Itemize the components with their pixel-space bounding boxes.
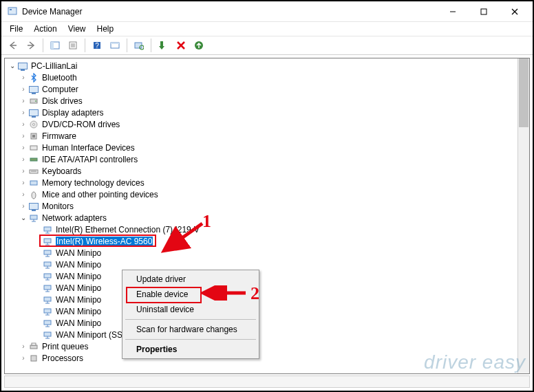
properties-button[interactable] bbox=[65, 38, 81, 53]
chevron-right-icon[interactable]: › bbox=[19, 342, 28, 350]
maximize-button[interactable] bbox=[468, 2, 499, 21]
firmware-icon bbox=[28, 131, 39, 142]
menu-action[interactable]: Action bbox=[28, 23, 62, 35]
tree-device[interactable]: WAN Minipo bbox=[5, 270, 517, 282]
context-menu-item[interactable]: Update driver bbox=[124, 272, 257, 287]
tree-category-label: Keyboards bbox=[42, 166, 81, 176]
svg-rect-61 bbox=[44, 320, 51, 325]
show-hide-tree-button[interactable] bbox=[47, 38, 63, 53]
tree-category[interactable]: ›Display adapters bbox=[5, 107, 517, 118]
tree-category[interactable]: ›Print queues bbox=[5, 340, 517, 352]
chevron-right-icon[interactable]: › bbox=[19, 190, 28, 198]
svg-rect-34 bbox=[30, 215, 37, 219]
tree-device[interactable]: WAN Minipo bbox=[5, 317, 517, 329]
tree-device[interactable]: WAN Minipo bbox=[5, 305, 517, 317]
chevron-right-icon[interactable]: › bbox=[19, 155, 28, 163]
svg-text:?: ? bbox=[95, 42, 99, 50]
chevron-down-icon[interactable]: ⌄ bbox=[8, 62, 17, 69]
svg-rect-28 bbox=[30, 146, 37, 150]
svg-rect-7 bbox=[51, 42, 54, 49]
chevron-right-icon[interactable]: › bbox=[19, 74, 28, 81]
tree-device[interactable]: WAN Miniport (SSTP) bbox=[5, 329, 517, 340]
context-menu[interactable]: Update driverEnable deviceUninstall devi… bbox=[122, 270, 259, 359]
app-icon bbox=[7, 6, 18, 17]
status-bar bbox=[4, 375, 530, 388]
chevron-right-icon[interactable]: › bbox=[19, 85, 28, 93]
chevron-down-icon[interactable]: ⌄ bbox=[19, 214, 28, 221]
tree-device[interactable]: Intel(R) Wireless-AC 9560 bbox=[5, 235, 517, 247]
menu-file[interactable]: File bbox=[4, 23, 28, 35]
monitor-icon bbox=[28, 201, 39, 212]
tree-category[interactable]: ›Computer bbox=[5, 83, 517, 95]
svg-rect-1 bbox=[10, 9, 12, 10]
network-adapter-icon bbox=[42, 283, 53, 294]
vertical-scrollbar[interactable] bbox=[517, 58, 529, 373]
tree-category-label: Monitors bbox=[42, 202, 74, 211]
chevron-right-icon[interactable]: › bbox=[19, 109, 28, 116]
tree-category[interactable]: ⌄Network adapters bbox=[5, 212, 517, 224]
enable-device-button[interactable] bbox=[156, 38, 171, 53]
tree-root[interactable]: ⌄ PC-LillianLai bbox=[5, 60, 517, 72]
tree-device[interactable]: WAN Minipo bbox=[5, 247, 517, 259]
context-menu-item[interactable]: Uninstall device bbox=[124, 302, 257, 317]
help-button[interactable]: ? bbox=[89, 38, 105, 53]
chevron-right-icon[interactable]: › bbox=[19, 202, 28, 210]
tree-category-label: Computer bbox=[42, 85, 78, 94]
tree-category[interactable]: ›Memory technology devices bbox=[5, 177, 517, 188]
toolbar-view-button[interactable] bbox=[107, 38, 122, 53]
chevron-right-icon[interactable]: › bbox=[19, 132, 28, 140]
svg-rect-0 bbox=[8, 8, 17, 14]
menu-bar: File Action View Help bbox=[1, 22, 533, 36]
tree-category-label: Display adapters bbox=[42, 108, 103, 118]
tree-category[interactable]: ›Firmware bbox=[5, 130, 517, 142]
menu-help[interactable]: Help bbox=[92, 23, 120, 35]
tree-category[interactable]: ›Monitors bbox=[5, 200, 517, 212]
scrollbar-thumb[interactable] bbox=[519, 58, 528, 127]
menu-view[interactable]: View bbox=[63, 23, 92, 35]
tree-category[interactable]: ›Keyboards bbox=[5, 165, 517, 177]
svg-point-25 bbox=[33, 123, 35, 125]
tree-device-label: WAN Minipo bbox=[56, 318, 101, 328]
svg-rect-58 bbox=[44, 309, 51, 313]
tree-category[interactable]: ›DVD/CD-ROM drives bbox=[5, 118, 517, 130]
scan-hardware-button[interactable] bbox=[131, 38, 147, 53]
tree-category-label: Human Interface Devices bbox=[42, 143, 135, 153]
hid-icon bbox=[28, 142, 39, 153]
minimize-button[interactable] bbox=[437, 2, 468, 21]
tree-root-label: PC-LillianLai bbox=[31, 61, 77, 71]
back-button[interactable] bbox=[6, 38, 21, 53]
tree-category[interactable]: ›Human Interface Devices bbox=[5, 142, 517, 153]
tree-panel: ⌄ PC-LillianLai ›Bluetooth›Computer›Disk… bbox=[4, 58, 530, 374]
device-tree[interactable]: ⌄ PC-LillianLai ›Bluetooth›Computer›Disk… bbox=[5, 58, 517, 373]
chevron-right-icon[interactable]: › bbox=[19, 167, 28, 175]
computer-icon bbox=[28, 84, 39, 95]
chevron-right-icon[interactable]: › bbox=[19, 144, 28, 151]
disable-device-button[interactable] bbox=[173, 38, 189, 53]
tree-category[interactable]: ›Disk drives bbox=[5, 95, 517, 107]
close-button[interactable] bbox=[499, 2, 530, 21]
tree-device[interactable]: WAN Minipo bbox=[5, 294, 517, 305]
tree-device[interactable]: Intel(R) Ethernet Connection (7) I219-V bbox=[5, 224, 517, 235]
network-adapter-icon bbox=[42, 318, 53, 329]
update-driver-button[interactable] bbox=[191, 38, 206, 53]
network-adapter-icon bbox=[42, 248, 53, 259]
display-icon bbox=[28, 107, 39, 118]
tree-category-label: Print queues bbox=[42, 342, 88, 351]
svg-rect-37 bbox=[44, 227, 51, 231]
tree-device[interactable]: WAN Minipo bbox=[5, 259, 517, 270]
tree-device[interactable]: WAN Minipo bbox=[5, 282, 517, 294]
tree-category[interactable]: ›Mice and other pointing devices bbox=[5, 188, 517, 200]
context-menu-item[interactable]: Enable device bbox=[124, 287, 257, 302]
chevron-right-icon[interactable]: › bbox=[19, 354, 28, 362]
chevron-right-icon[interactable]: › bbox=[19, 120, 28, 128]
chevron-right-icon[interactable]: › bbox=[19, 97, 28, 105]
context-menu-item[interactable]: Properties bbox=[124, 342, 257, 357]
forward-button[interactable] bbox=[23, 38, 39, 53]
context-menu-item[interactable]: Scan for hardware changes bbox=[124, 322, 257, 337]
svg-rect-27 bbox=[32, 135, 35, 138]
chevron-right-icon[interactable]: › bbox=[19, 179, 28, 186]
tree-category[interactable]: ›IDE ATA/ATAPI controllers bbox=[5, 153, 517, 165]
svg-rect-32 bbox=[30, 181, 37, 185]
tree-category[interactable]: ›Processors bbox=[5, 352, 517, 364]
tree-category[interactable]: ›Bluetooth bbox=[5, 72, 517, 83]
